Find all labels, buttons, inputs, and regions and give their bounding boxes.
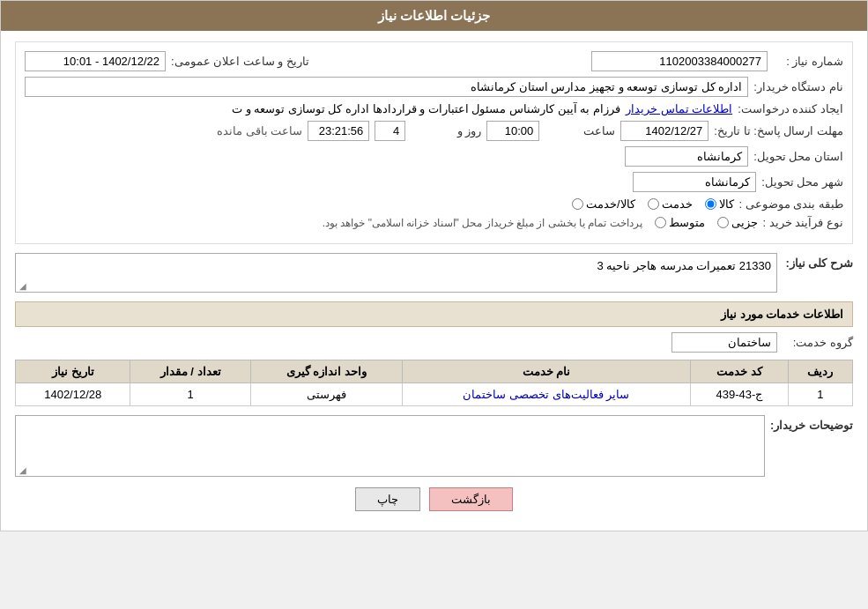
resize-handle: ◢: [18, 281, 26, 290]
need-number-row: شماره نیاز : 1102003384000277 تاریخ و سا…: [25, 51, 843, 71]
deadline-days: 4: [375, 121, 405, 141]
services-table-container: ردیف کد خدمت نام خدمت واحد اندازه گیری ت…: [15, 360, 853, 406]
deadline-time-label: ساعت: [545, 124, 615, 137]
need-desc-value: 21330 تعمیرات مدرسه هاجر ناحیه 3: [597, 259, 771, 272]
print-button[interactable]: چاپ: [355, 487, 420, 511]
cell-unit: فهرستی: [250, 383, 402, 406]
deadline-label: مهلت ارسال پاسخ: تا تاریخ:: [714, 124, 843, 137]
process-row: نوع فرآیند خرید : پرداخت تمام یا بخشی از…: [25, 216, 843, 229]
category-label-kala: کالا: [719, 197, 734, 211]
buyer-org-value: اداره کل توسازی توسعه و تجهیز مدارس استا…: [25, 77, 748, 97]
buyer-notes-box[interactable]: ◢: [15, 415, 765, 477]
table-row: 1 ج-43-439 سایر فعالیت‌های تخصصی ساختمان…: [16, 383, 853, 406]
city-row: شهر محل تحویل: کرمانشاه: [25, 172, 843, 192]
process-radio-jozi[interactable]: [717, 217, 729, 228]
action-buttons: بازگشت چاپ: [15, 487, 853, 511]
creator-row: ایجاد کننده درخواست: اطلاعات تماس خریدار…: [25, 102, 843, 115]
category-radio-khedmat[interactable]: [648, 198, 659, 210]
buyer-notes-label: توضیحات خریدار:: [770, 415, 853, 432]
category-option-kala-khedmat[interactable]: کالا/خدمت: [572, 197, 635, 211]
need-number-value: 1102003384000277: [591, 51, 768, 71]
table-header-row: ردیف کد خدمت نام خدمت واحد اندازه گیری ت…: [16, 360, 853, 383]
announcement-value: 1402/12/22 - 10:01: [25, 51, 166, 71]
process-option-motavaset[interactable]: متوسط: [655, 216, 705, 229]
province-value: کرمانشاه: [625, 146, 748, 167]
service-group-value: ساختمان: [671, 332, 777, 353]
need-desc-label: شرح کلی نیاز:: [783, 253, 853, 270]
need-desc-row: شرح کلی نیاز: 21330 تعمیرات مدرسه هاجر ن…: [15, 253, 853, 293]
creator-label: ایجاد کننده درخواست:: [738, 102, 843, 115]
service-group-label: گروه خدمت:: [783, 336, 853, 349]
col-date: تاریخ نیاز: [16, 360, 130, 383]
process-note: پرداخت تمام یا بخشی از مبلغ خریداز محل "…: [25, 217, 642, 229]
buyer-notes-row: توضیحات خریدار: ◢: [15, 415, 853, 477]
city-label: شهر محل تحویل:: [761, 175, 843, 189]
col-service-code: کد خدمت: [690, 360, 788, 383]
buyer-org-label: نام دستگاه خریدار:: [753, 80, 843, 93]
province-label: استان محل تحویل:: [753, 150, 843, 163]
category-label-khedmat: خدمت: [662, 197, 693, 211]
province-row: استان محل تحویل: کرمانشاه: [25, 146, 843, 167]
category-radio-kala[interactable]: [705, 198, 716, 210]
category-option-kala[interactable]: کالا: [705, 197, 734, 211]
category-option-khedmat[interactable]: خدمت: [648, 197, 693, 211]
category-radio-group: کالا/خدمت خدمت کالا: [572, 197, 734, 211]
process-label-motavaset: متوسط: [669, 216, 705, 229]
services-table: ردیف کد خدمت نام خدمت واحد اندازه گیری ت…: [15, 360, 853, 406]
category-row: طبقه بندی موضوعی : کالا/خدمت خدمت کالا: [25, 197, 843, 211]
creator-value: فرزام به آیین کارشناس مسئول اعتبارات و ق…: [25, 102, 620, 115]
col-service-name: نام خدمت: [402, 360, 690, 383]
need-number-label: شماره نیاز :: [773, 55, 843, 68]
services-section-title: اطلاعات خدمات مورد نیاز: [15, 301, 853, 327]
cell-service-name: سایر فعالیت‌های تخصصی ساختمان: [402, 383, 690, 406]
deadline-time: 10:00: [486, 121, 539, 141]
process-radio-motavaset[interactable]: [655, 217, 666, 228]
deadline-remaining: ساعت باقی مانده: [217, 124, 302, 137]
city-value: کرمانشاه: [633, 172, 756, 192]
notes-resize-handle: ◢: [18, 465, 26, 474]
page-header: جزئیات اطلاعات نیاز: [1, 1, 867, 31]
col-row-num: ردیف: [788, 360, 852, 383]
process-radio-group: پرداخت تمام یا بخشی از مبلغ خریداز محل "…: [25, 216, 758, 229]
creator-contact-link[interactable]: اطلاعات تماس خریدار: [626, 102, 732, 115]
process-option-jozi[interactable]: جزیی: [717, 216, 758, 229]
deadline-days-label: روز و: [411, 124, 481, 137]
col-unit: واحد اندازه گیری: [250, 360, 402, 383]
category-radio-kala-khedmat[interactable]: [572, 198, 583, 210]
info-section: شماره نیاز : 1102003384000277 تاریخ و سا…: [15, 41, 853, 244]
deadline-date: 1402/12/27: [620, 121, 708, 141]
buyer-org-row: نام دستگاه خریدار: اداره کل توسازی توسعه…: [25, 77, 843, 97]
cell-quantity: 1: [130, 383, 250, 406]
page-title: جزئیات اطلاعات نیاز: [378, 8, 490, 23]
category-label-kala-khedmat: کالا/خدمت: [586, 197, 635, 211]
deadline-row: مهلت ارسال پاسخ: تا تاریخ: 1402/12/27 سا…: [25, 121, 843, 141]
service-group-row: گروه خدمت: ساختمان: [15, 332, 853, 353]
cell-service-code: ج-43-439: [690, 383, 788, 406]
col-quantity: تعداد / مقدار: [130, 360, 250, 383]
back-button[interactable]: بازگشت: [429, 487, 513, 511]
cell-date: 1402/12/28: [16, 383, 130, 406]
category-label: طبقه بندی موضوعی :: [739, 197, 843, 211]
announcement-label: تاریخ و ساعت اعلان عمومی:: [171, 55, 309, 68]
need-desc-box: 21330 تعمیرات مدرسه هاجر ناحیه 3 ◢: [15, 253, 777, 293]
process-label: نوع فرآیند خرید :: [763, 216, 843, 229]
deadline-clock: 23:21:56: [308, 121, 369, 141]
process-label-jozi: جزیی: [731, 216, 758, 229]
cell-row-num: 1: [788, 383, 852, 406]
